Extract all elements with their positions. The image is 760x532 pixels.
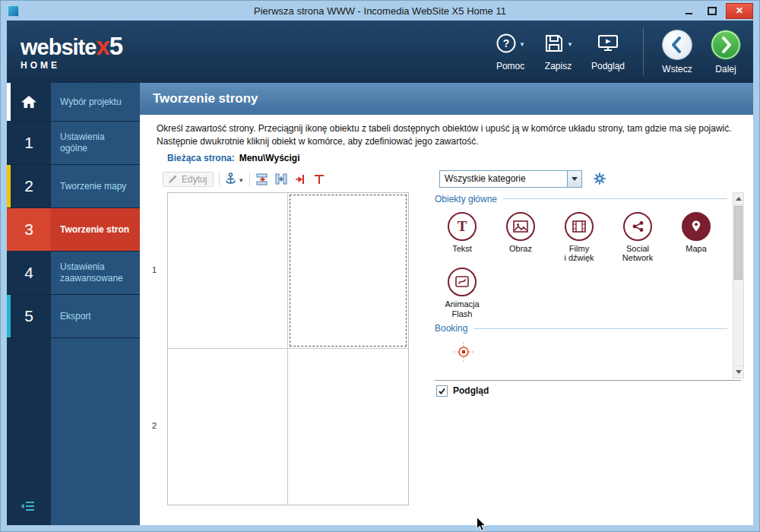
preview-checkbox-row[interactable]: Podgląd	[436, 385, 489, 397]
titlebar: Pierwsza strona WWW - Incomedia WebSite …	[1, 1, 759, 21]
logo: websitex5 HOME	[7, 33, 122, 70]
chevron-down-icon: ▼	[238, 177, 244, 184]
object-item-flash-animation[interactable]: Animacja Flash	[435, 268, 489, 318]
logo-x: x	[96, 32, 109, 60]
insert-column-icon[interactable]	[274, 173, 288, 186]
edit-button[interactable]: Edytuj	[163, 172, 214, 187]
object-item-text[interactable]: T Tekst	[435, 212, 489, 263]
mouse-cursor	[475, 517, 487, 532]
sidebar: Wybór projektu 1 Ustawienia ogólne 2 Two…	[7, 83, 140, 525]
next-icon	[711, 30, 741, 60]
app-window: Pierwsza strona WWW - Incomedia WebSite …	[0, 0, 760, 532]
grid-cell-r2c1[interactable]	[168, 349, 288, 505]
content-area: Tworzenie strony Określ zawartość strony…	[140, 83, 753, 525]
object-item-video-audio[interactable]: Filmy i dźwięk	[552, 212, 606, 263]
grid-toolbar: Edytuj ▼	[163, 170, 326, 188]
sidebar-item-project-selection[interactable]: Wybór projektu	[7, 83, 140, 122]
app-header: websitex5 HOME ? ▼ Pomoc ▼ Zapisz	[7, 21, 753, 83]
image-object-icon	[506, 212, 535, 241]
maximize-button[interactable]	[702, 4, 722, 18]
close-button[interactable]: ✕	[726, 3, 753, 19]
minimize-button[interactable]	[679, 4, 698, 18]
sidebar-item-step4-advanced-settings[interactable]: 4 Ustawienia zaawansowane	[7, 252, 140, 295]
chevron-down-icon: ▼	[567, 41, 573, 48]
grid-cell-r1c1[interactable]	[168, 193, 288, 349]
preview-checkbox[interactable]	[436, 385, 448, 397]
text-object-icon: T	[448, 212, 477, 241]
active-indicator-bar	[7, 83, 11, 121]
section-booking: Booking	[435, 323, 727, 334]
sidebar-filler	[7, 338, 140, 525]
save-icon	[543, 33, 565, 54]
panel-scrollbar[interactable]	[733, 192, 744, 378]
section-rule	[503, 198, 727, 199]
next-button[interactable]: Dalej	[711, 30, 741, 74]
grid-cell-r1c2-selected[interactable]	[288, 193, 408, 349]
sidebar-item-step3-page-creation[interactable]: 3 Tworzenie stron	[7, 208, 140, 252]
preview-checkbox-label: Podgląd	[453, 385, 489, 396]
chevron-down-icon	[572, 177, 578, 181]
grid-cell-r2c2[interactable]	[288, 349, 408, 505]
home-icon	[21, 94, 37, 109]
manage-categories-button[interactable]	[593, 172, 606, 188]
page-description: Określ zawartość strony. Przeciągnij iko…	[140, 115, 753, 150]
scrollbar-thumb[interactable]	[734, 206, 743, 280]
split-cell-icon[interactable]	[312, 173, 326, 186]
scroll-down-icon	[736, 370, 742, 374]
section-rule	[473, 328, 727, 329]
object-item-image[interactable]: Obraz	[493, 212, 548, 263]
objects-panel: Obiekty główne T Tekst	[435, 192, 727, 378]
sidebar-item-step2-sitemap-creation[interactable]: 2 Tworzenie mapy	[7, 165, 140, 208]
save-button[interactable]: ▼ Zapisz	[543, 33, 573, 71]
booking-object-icon	[453, 341, 474, 363]
back-button[interactable]: Wstecz	[662, 30, 692, 74]
sidebar-item-step1-general-settings[interactable]: 1 Ustawienia ogólne	[7, 122, 140, 165]
sidebar-item-step5-export[interactable]: 5 Eksport	[7, 295, 140, 338]
current-page-value: Menu\Wyścigi	[239, 153, 300, 163]
map-object-icon	[682, 212, 711, 241]
flash-object-icon	[448, 268, 477, 296]
gear-icon	[593, 172, 606, 185]
current-page: Bieżąca strona:Menu\Wyścigi	[167, 153, 300, 163]
object-item-map[interactable]: Mapa	[669, 212, 724, 263]
edit-pencil-icon	[167, 174, 178, 185]
minimize-icon	[686, 13, 692, 14]
preview-button[interactable]: Podgląd	[591, 33, 625, 71]
svg-text:?: ?	[503, 37, 510, 49]
current-page-label: Bieżąca strona:	[167, 153, 235, 163]
back-icon	[662, 30, 692, 60]
merge-cells-icon[interactable]	[293, 173, 307, 186]
dropdown-button[interactable]	[567, 171, 581, 187]
toolbar-separator	[249, 173, 250, 186]
logo-5: 5	[109, 32, 122, 60]
section-main-objects: Obiekty główne	[435, 194, 727, 204]
logo-brand: website	[21, 35, 96, 59]
collapse-sidebar-icon[interactable]	[21, 501, 36, 515]
logo-home: HOME	[21, 61, 122, 70]
step2-accent-bar	[7, 165, 11, 207]
object-item-booking[interactable]	[453, 341, 727, 366]
page-layout-grid	[167, 192, 409, 505]
toolbar-separator	[219, 173, 220, 186]
help-button[interactable]: ? ▼ Pomoc	[496, 33, 525, 71]
social-object-icon	[623, 212, 652, 241]
insert-row-icon[interactable]	[255, 173, 269, 186]
anchor-icon	[225, 173, 236, 185]
category-filter-value: Wszystkie kategorie	[440, 171, 567, 187]
window-title: Pierwsza strona WWW - Incomedia WebSite …	[1, 5, 759, 17]
video-object-icon	[565, 212, 594, 241]
anchor-button[interactable]: ▼	[225, 173, 244, 185]
scroll-down-button[interactable]	[733, 366, 743, 378]
scroll-up-icon	[736, 197, 742, 201]
grid-row-labels: 1 2	[147, 192, 161, 504]
chevron-down-icon: ▼	[519, 41, 525, 48]
scroll-up-button[interactable]	[733, 193, 743, 205]
object-item-social-network[interactable]: Social Network	[610, 212, 665, 263]
preview-monitor-icon	[597, 33, 619, 54]
page-title: Tworzenie strony	[140, 83, 753, 115]
category-filter-dropdown[interactable]: Wszystkie kategorie	[439, 170, 582, 188]
row-label-1: 1	[147, 192, 161, 348]
panel-divider	[435, 380, 741, 381]
header-separator	[643, 28, 644, 75]
row-label-2: 2	[147, 348, 161, 504]
